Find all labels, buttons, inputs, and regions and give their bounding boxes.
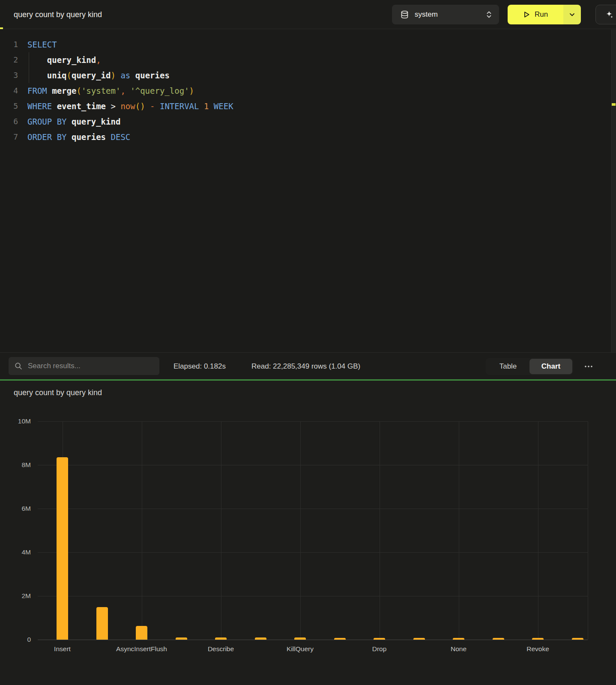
x-axis-label: Drop	[372, 645, 387, 653]
bar[interactable]	[532, 638, 544, 640]
v-gridline	[380, 421, 380, 640]
x-axis-label: None	[451, 645, 466, 653]
code-text: query_kind,	[27, 52, 101, 68]
code-text: GROUP BY query_kind	[27, 114, 120, 129]
bar[interactable]	[374, 638, 385, 640]
bar[interactable]	[334, 638, 346, 640]
database-selector-value: system	[415, 10, 438, 19]
line-number: 5	[0, 98, 18, 114]
h-gridline	[38, 552, 588, 553]
sparkle-icon	[604, 10, 614, 19]
bar[interactable]	[572, 638, 583, 640]
results-toolbar: Elapsed: 0.182s Read: 22,285,349 rows (1…	[0, 352, 616, 379]
code-line[interactable]: 6GROUP BY query_kind	[0, 114, 616, 129]
query-title: query count by query kind	[14, 0, 102, 29]
v-gridline	[300, 421, 301, 640]
y-tick-label: 4M	[0, 548, 31, 556]
code-line[interactable]: 1SELECT	[0, 37, 616, 52]
y-tick-label: 2M	[0, 592, 31, 600]
run-split-button: Run	[508, 5, 581, 24]
run-options-button[interactable]	[563, 5, 581, 24]
v-gridline	[538, 421, 538, 640]
read-stat: Read: 22,285,349 rows (1.04 GB)	[251, 353, 360, 380]
v-gridline	[459, 421, 459, 640]
run-button[interactable]: Run	[508, 5, 563, 24]
code-text: uniq(query_id) as queries	[27, 68, 170, 83]
database-icon	[401, 10, 409, 19]
search-input[interactable]	[27, 361, 153, 371]
elapsed-stat: Elapsed: 0.182s	[173, 353, 226, 380]
code-text: SELECT	[27, 37, 57, 52]
ellipsis-icon	[584, 365, 593, 368]
chevron-up-down-icon	[486, 10, 492, 19]
sql-editor[interactable]: 1SELECT2 query_kind,3 uniq(query_id) as …	[0, 30, 616, 352]
code-line[interactable]: 7ORDER BY queries DESC	[0, 129, 616, 145]
bar[interactable]	[96, 607, 108, 640]
x-axis-label: Insert	[54, 645, 71, 653]
h-gridline	[38, 596, 588, 596]
line-number: 2	[0, 52, 18, 68]
database-selector[interactable]: system	[392, 5, 499, 24]
h-gridline	[38, 421, 588, 422]
table-view-button[interactable]: Table	[487, 359, 529, 374]
ai-assistant-button[interactable]	[595, 5, 616, 24]
bar[interactable]	[57, 457, 68, 640]
chart-plot: 02M4M6M8M10MInsertAsyncInsertFlushDescri…	[0, 381, 616, 685]
x-axis-line	[38, 640, 588, 640]
editor-scrollbar[interactable]	[611, 30, 616, 352]
x-axis-label: KillQuery	[287, 645, 314, 653]
h-gridline	[38, 509, 588, 509]
chart-card: query count by query kind 02M4M6M8M10MIn…	[0, 381, 616, 685]
x-axis-label: Revoke	[526, 645, 549, 653]
line-number: 4	[0, 83, 18, 98]
line-number: 1	[0, 37, 18, 52]
more-options-button[interactable]	[579, 358, 598, 375]
code-line[interactable]: 5WHERE event_time > now() - INTERVAL 1 W…	[0, 98, 616, 114]
search-box	[9, 357, 159, 375]
plot-right-boundary	[588, 421, 588, 640]
code-line[interactable]: 2 query_kind,	[0, 52, 616, 68]
y-tick-label: 6M	[0, 505, 31, 512]
run-button-label: Run	[535, 10, 548, 19]
bar[interactable]	[136, 626, 147, 640]
v-gridline	[142, 421, 142, 640]
bar[interactable]	[413, 638, 425, 640]
line-number: 7	[0, 129, 18, 145]
y-tick-label: 8M	[0, 461, 31, 469]
chart-view-button[interactable]: Chart	[529, 359, 572, 374]
bar[interactable]	[294, 637, 306, 640]
line-number: 6	[0, 114, 18, 129]
indent-guide	[29, 52, 29, 83]
bar[interactable]	[493, 638, 504, 640]
bar[interactable]	[453, 638, 464, 640]
top-bar: query count by query kind system Run	[0, 0, 616, 29]
y-tick-label: 10M	[0, 417, 31, 425]
x-axis-label: Describe	[208, 645, 234, 653]
scrollbar-marker	[612, 103, 616, 106]
code-text: FROM merge('system', '^query_log')	[27, 83, 194, 98]
v-gridline	[221, 421, 221, 640]
code-text: ORDER BY queries DESC	[27, 129, 130, 145]
code-line[interactable]: 3 uniq(query_id) as queries	[0, 68, 616, 83]
chevron-down-icon	[569, 13, 575, 17]
code-lines: 1SELECT2 query_kind,3 uniq(query_id) as …	[0, 37, 616, 145]
bar[interactable]	[176, 637, 187, 640]
x-axis-label: AsyncInsertFlush	[116, 645, 167, 653]
bar[interactable]	[255, 637, 266, 640]
line-number: 3	[0, 68, 18, 83]
search-icon	[15, 362, 22, 370]
active-tab-indicator	[0, 27, 3, 29]
code-text: WHERE event_time > now() - INTERVAL 1 WE…	[27, 98, 233, 114]
play-icon	[523, 11, 530, 18]
view-toggle: Table Chart	[486, 358, 573, 375]
h-gridline	[38, 465, 588, 465]
bar[interactable]	[215, 637, 227, 640]
y-tick-label: 0	[0, 636, 31, 643]
code-line[interactable]: 4FROM merge('system', '^query_log')	[0, 83, 616, 98]
